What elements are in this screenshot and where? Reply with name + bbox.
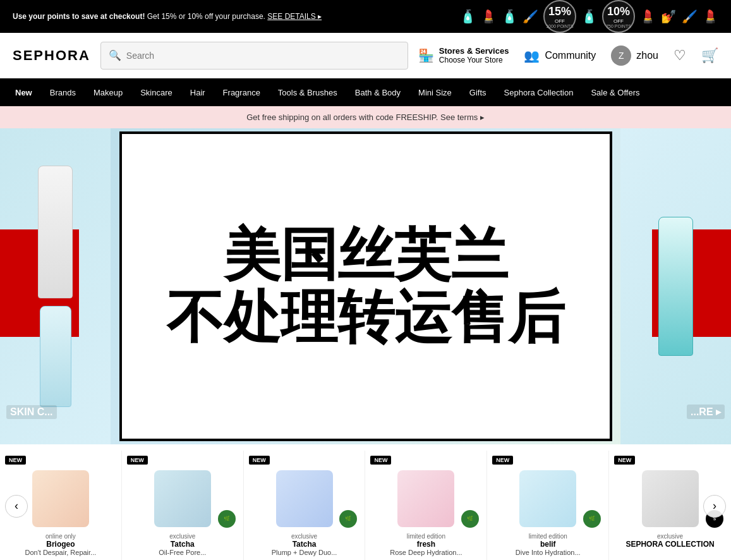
nav-item-mini[interactable]: Mini Size [409,78,461,106]
left-bottle-2 [40,306,71,407]
product-img-3: 🌿 [249,467,360,530]
new-badge-2: NEW [127,456,148,465]
community-link[interactable]: 👥 Community [524,48,596,63]
products-next-arrow[interactable]: › [703,495,726,518]
left-side-text: SKIN C... [6,405,57,419]
right-bottle-1 [658,217,693,356]
search-input[interactable] [126,51,400,61]
product-img-2: 🌿 [127,467,238,530]
hero-section: SKIN C... ...RE ▸ 美国丝芙兰 不处理转运售后 [0,128,731,444]
new-badge-3: NEW [249,456,270,465]
product-img-5: 🌿 [492,467,603,530]
username-label: zhou [636,50,658,61]
promo-product-icon-9: 💄 [703,9,718,24]
product-brand-1: Briogeo [46,540,75,549]
products-row: NEW online only Briogeo Don't Despair, R… [0,451,731,560]
promo-product-icon-8: 🖌️ [682,9,698,24]
new-badge-1: NEW [5,456,26,465]
product-img-placeholder-4 [397,470,454,527]
store-icon: 🏪 [418,48,434,63]
stores-link[interactable]: 🏪 Stores & Services Choose Your Store [418,46,509,64]
shipping-text: Get free shipping on all orders with cod… [246,113,485,122]
product-brand-3: Tatcha [293,540,317,549]
store-text: Stores & Services Choose Your Store [439,46,509,64]
nav-item-fragrance[interactable]: Fragrance [214,78,269,106]
product-brand-6: SEPHORA COLLECTION [625,540,714,549]
choose-store-label: Choose Your Store [439,56,509,64]
product-badge-leaf-4: 🌿 [461,510,479,528]
nav-item-gifts[interactable]: Gifts [461,78,495,106]
user-avatar: Z [611,46,631,66]
promo-product-icon-3: 🧴 [502,9,517,24]
community-icon: 👥 [524,48,540,63]
cart-icon[interactable]: 🛒 [701,47,718,64]
nav-item-hair[interactable]: Hair [181,78,214,106]
new-badge-6: NEW [614,456,635,465]
hero-title: 美国丝芙兰 [224,224,508,286]
product-type-4: limited edition [407,533,445,540]
nav-item-sale[interactable]: Sale & Offers [582,78,648,106]
nav-item-brands[interactable]: Brands [41,78,85,106]
product-badge-leaf-2: 🌿 [218,510,236,528]
see-details-link[interactable]: SEE DETAILS ▸ [267,12,322,21]
product-img-placeholder-6 [642,470,699,527]
user-link[interactable]: Z zhou [611,46,658,66]
product-img-placeholder-3 [276,470,333,527]
product-type-2: exclusive [169,533,195,540]
search-bar[interactable]: 🔍 [100,42,408,70]
product-card-3: NEW 🌿 exclusive Tatcha Plump + Dewy Duo.… [244,451,366,560]
hero-subtitle: 不处理转运售后 [167,286,565,349]
sephora-logo[interactable]: SEPHORA [13,47,90,64]
new-badge-5: NEW [492,456,513,465]
product-name-2: Oil-Free Pore... [159,549,206,556]
product-type-1: online only [45,533,76,540]
new-badge-4: NEW [370,456,391,465]
promo-icons: 🧴 💄 🧴 🖌️ 15% OFF 1000 POINTS 🧴 10% OFF 7… [460,0,718,33]
nav-item-sephora-collection[interactable]: Sephora Collection [495,78,583,106]
product-type-6: exclusive [657,533,683,540]
products-prev-arrow[interactable]: ‹ [5,495,28,518]
promo-product-icon-1: 🧴 [460,9,476,24]
product-card-2: NEW 🌿 exclusive Tatcha Oil-Free Pore... [122,451,244,560]
search-icon: 🔍 [109,49,121,61]
promo-subtext: Get 15% or 10% off your purchase. [147,12,268,21]
product-brand-4: fresh [417,540,435,549]
product-card-5: NEW 🌿 limited edition belif Dive Into Hy… [487,451,609,560]
promo-circle-10: 10% OFF 750 POINTS [602,0,635,33]
products-section: ‹ NEW online only Briogeo Don't Despair,… [0,444,731,560]
product-img-placeholder-2 [154,470,211,527]
product-type-3: exclusive [291,533,317,540]
promo-bold: Use your points to save at checkout! [13,12,145,21]
nav-item-skincare[interactable]: Skincare [131,78,181,106]
nav-item-bath[interactable]: Bath & Body [346,78,409,106]
product-badge-leaf-3: 🌿 [339,510,357,528]
product-badge-leaf-5: 🌿 [583,510,601,528]
community-label: Community [545,50,596,61]
main-nav: New Brands Makeup Skincare Hair Fragranc… [0,78,731,106]
shipping-banner: Get free shipping on all orders with cod… [0,106,731,128]
left-bottle-1 [38,166,73,298]
product-brand-5: belif [540,540,556,549]
header: SEPHORA 🔍 🏪 Stores & Services Choose You… [0,33,731,78]
header-right: 🏪 Stores & Services Choose Your Store 👥 … [418,46,718,66]
product-img-4: 🌿 [370,467,481,530]
hero-main-box: 美国丝芙兰 不处理转运售后 [119,131,612,441]
wishlist-icon[interactable]: ♡ [674,47,686,64]
nav-item-makeup[interactable]: Makeup [85,78,131,106]
right-side-text: ...RE ▸ [687,405,725,419]
nav-item-tools[interactable]: Tools & Brushes [269,78,346,106]
promo-product-icon-4: 🖌️ [523,9,538,24]
promo-product-icon-2: 💄 [481,9,497,24]
nav-item-new[interactable]: New [6,78,41,106]
promo-bar: Use your points to save at checkout! Get… [0,0,731,33]
promo-product-icon-7: 💅 [661,9,677,24]
promo-product-icon-6: 💄 [640,9,656,24]
product-name-3: Plump + Dewy Duo... [272,549,337,556]
product-img-placeholder-1 [32,470,89,527]
product-brand-2: Tatcha [171,540,195,549]
product-img-placeholder-5 [519,470,576,527]
promo-text: Use your points to save at checkout! Get… [13,12,460,21]
stores-label: Stores & Services [439,46,509,56]
product-type-5: limited edition [529,533,567,540]
product-name-5: Dive Into Hydration... [516,549,581,556]
